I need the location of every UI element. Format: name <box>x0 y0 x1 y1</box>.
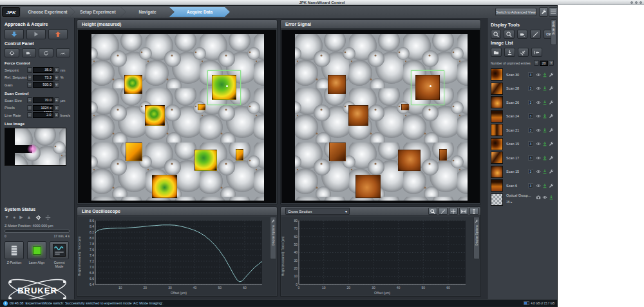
afm-scan-patch[interactable] <box>329 143 346 161</box>
move-icon[interactable] <box>45 215 51 221</box>
afm-scan-patch[interactable] <box>198 104 205 110</box>
value-field[interactable]: 2.0 <box>33 112 53 118</box>
workflow-tab[interactable]: Choose Experiment <box>21 7 75 17</box>
pin-icon[interactable] <box>542 86 547 91</box>
optical-group-count[interactable]: 16 ▸ <box>506 200 535 204</box>
pin-latest-button[interactable] <box>531 48 542 57</box>
scan-channel-count[interactable]: 3 <box>528 86 533 91</box>
scan-list-item[interactable]: Scan 28 3 <box>491 83 554 95</box>
increment-button[interactable]: + <box>54 112 59 118</box>
scan-list-item[interactable]: Scan 15 3 <box>491 166 554 178</box>
afm-scan-patch[interactable] <box>328 75 346 94</box>
eye-icon[interactable] <box>536 100 541 105</box>
retract-button[interactable] <box>48 29 68 39</box>
play-icon[interactable]: ▶ <box>19 214 23 221</box>
settings-wrench-button[interactable] <box>539 7 548 17</box>
z-position-tile[interactable] <box>5 241 24 259</box>
optical-group-item[interactable]: Optical Group... 16 ▸ <box>491 193 554 206</box>
inspect-tool-button[interactable] <box>504 30 514 39</box>
pin-icon[interactable] <box>542 141 547 146</box>
increment-button[interactable]: + <box>54 75 59 81</box>
scan-thumbnail[interactable] <box>491 179 503 192</box>
target-button[interactable] <box>5 48 19 57</box>
value-field[interactable]: 930.0 <box>33 82 53 88</box>
afm-scan-patch[interactable] <box>126 143 142 161</box>
zoom-tool-button[interactable] <box>491 30 501 39</box>
pin-icon[interactable] <box>542 169 547 174</box>
scan-thumbnail[interactable] <box>491 152 503 164</box>
value-field[interactable]: 70.0 <box>33 97 53 103</box>
optical-group-thumbnail[interactable] <box>491 193 503 206</box>
wrench-icon[interactable] <box>549 183 554 188</box>
increment-button[interactable]: + <box>549 60 554 66</box>
channel-dropdown[interactable]: Cross Section ▾ <box>285 208 350 215</box>
afm-scan-patch[interactable] <box>236 149 243 161</box>
increment-button[interactable]: + <box>54 97 59 103</box>
afm-scan-patch[interactable] <box>145 105 165 126</box>
afm-scan-patch[interactable] <box>212 75 236 100</box>
pan-button[interactable] <box>449 208 458 215</box>
record-icon[interactable]: ● <box>13 214 15 221</box>
eye-icon[interactable] <box>536 183 541 188</box>
scan-thumbnail[interactable] <box>491 110 503 123</box>
up-arrow-icon[interactable]: ▲ <box>27 214 32 221</box>
curve-tool-button[interactable] <box>530 30 540 39</box>
cantilever-tool-button[interactable] <box>517 30 527 39</box>
scan-list-item[interactable]: Scan 26 3 <box>491 96 554 108</box>
scan-channel-count[interactable]: 3 <box>528 183 533 188</box>
pin-icon[interactable] <box>542 100 547 105</box>
eye-icon[interactable] <box>536 141 541 146</box>
horizontal-range-button[interactable] <box>459 208 468 215</box>
increment-button[interactable]: + <box>54 82 59 88</box>
current-mode-tile[interactable] <box>50 241 69 259</box>
decrement-button[interactable]: − <box>534 60 539 66</box>
eye-icon[interactable] <box>536 72 541 77</box>
scan-list-item[interactable]: Scan 19 3 <box>491 138 554 150</box>
scan-channel-count[interactable]: 3 <box>528 169 533 174</box>
laser-align-tile[interactable] <box>27 241 46 259</box>
scan-channel-count[interactable]: 3 <box>528 114 533 119</box>
error-signal-image[interactable] <box>295 34 468 201</box>
eye-icon[interactable] <box>536 169 541 174</box>
gauge-button[interactable] <box>56 48 71 57</box>
wrench-icon[interactable] <box>549 72 554 77</box>
wrench-icon[interactable] <box>549 128 554 133</box>
wrench-icon[interactable] <box>549 114 554 119</box>
afm-scan-patch[interactable] <box>398 150 421 172</box>
increment-button[interactable]: + <box>54 67 59 73</box>
camera-icon[interactable] <box>536 195 541 200</box>
value-field[interactable]: 1024 x 1024 <box>33 105 53 111</box>
decrement-button[interactable]: − <box>27 112 32 118</box>
decrement-button[interactable]: − <box>27 105 32 111</box>
scan-channel-count[interactable]: 3 <box>528 100 533 105</box>
afm-scan-patch[interactable] <box>152 175 177 198</box>
eye-icon[interactable] <box>536 114 541 119</box>
vertical-range-button[interactable] <box>469 208 478 215</box>
decrement-button[interactable]: − <box>27 97 32 103</box>
scan-list-item[interactable]: Scan 6 3 <box>491 179 554 192</box>
value-field[interactable]: 73.3 <box>33 75 53 81</box>
afm-scan-patch[interactable] <box>355 175 381 198</box>
pin-icon[interactable] <box>542 72 547 77</box>
scan-list-item[interactable]: Scan 21 3 <box>491 124 554 136</box>
scan-list-item[interactable]: Scan 17 3 <box>491 152 554 164</box>
pin-icon[interactable] <box>542 183 547 188</box>
open-folder-button[interactable] <box>491 48 502 57</box>
scan-list-item[interactable]: Scan 24 3 <box>491 110 554 123</box>
display-options-tab[interactable]: Display Options <box>270 217 276 259</box>
scan-channel-count[interactable]: 3 <box>528 72 533 77</box>
afm-scan-patch[interactable] <box>348 105 368 126</box>
pin-icon[interactable] <box>549 195 554 200</box>
decrement-button[interactable]: − <box>27 82 32 88</box>
decrement-button[interactable]: − <box>27 67 32 73</box>
live-image[interactable] <box>5 128 66 166</box>
scan-lists-tab[interactable]: Scan Lists <box>551 19 556 45</box>
afm-scan-patch[interactable] <box>439 149 447 161</box>
pin-icon[interactable] <box>542 114 547 119</box>
line-tool-button[interactable] <box>439 208 448 215</box>
pin-icon[interactable] <box>542 155 547 161</box>
wrench-icon[interactable] <box>549 100 554 105</box>
display-options-tab[interactable]: Display Options <box>473 217 480 259</box>
eye-icon[interactable] <box>536 128 541 133</box>
approach-button[interactable] <box>5 29 24 39</box>
